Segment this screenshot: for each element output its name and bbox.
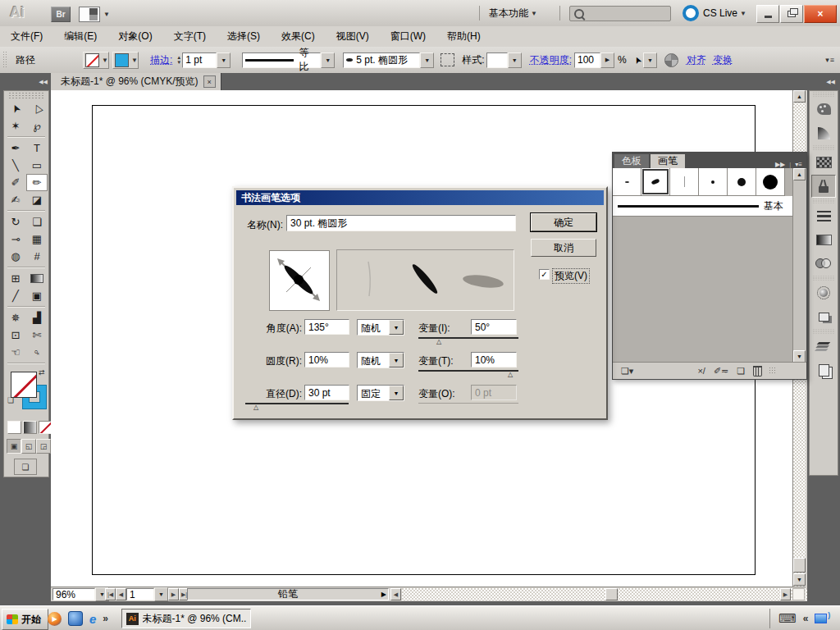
perspective-grid-tool[interactable]: # — [26, 248, 48, 265]
first-artboard-button[interactable]: |◀ — [105, 588, 116, 600]
select-similar-control[interactable]: ➤ ▼ — [634, 52, 657, 68]
angle-input[interactable] — [304, 319, 349, 335]
roundness-variation-slider[interactable] — [418, 370, 518, 372]
dock-group-grip[interactable] — [813, 92, 834, 97]
thin-line-brush[interactable] — [670, 168, 699, 196]
cs-live-menu[interactable]: CS Live ▼ — [682, 5, 746, 21]
symbol-sprayer-tool[interactable]: ✵ — [5, 309, 26, 326]
slice-tool[interactable]: ✄ — [26, 326, 48, 344]
panel-scroll-down[interactable]: ▼ — [793, 350, 806, 363]
brush-definition[interactable]: 5 pt. 椭圆形 ▼ — [343, 52, 434, 68]
angle-mode-select[interactable]: 随机 ▼ — [357, 319, 404, 336]
windows-media-player-icon[interactable]: ▶ — [48, 612, 62, 626]
panel-resize-grip[interactable] — [769, 367, 777, 375]
mesh-tool[interactable]: ⊞ — [5, 270, 26, 287]
preview-checkbox[interactable]: ✓ — [539, 269, 550, 280]
workspace-switcher[interactable]: 基本功能 ▼ — [489, 5, 537, 21]
diameter-input[interactable] — [304, 385, 349, 400]
quick-launch-overflow-chevron[interactable]: » — [103, 613, 108, 624]
menu-item-2[interactable]: 对象(O) — [107, 26, 162, 47]
eraser-tool[interactable]: ◪ — [26, 191, 48, 208]
stroke-color-button[interactable]: ▼ — [112, 52, 139, 69]
type-tool[interactable]: T — [26, 139, 48, 157]
fill-swatch[interactable] — [11, 372, 37, 398]
scroll-down-button[interactable]: ▼ — [793, 573, 806, 586]
brush-options-icon[interactable]: ✐≂ — [714, 366, 728, 377]
panel-button-stroke[interactable] — [811, 204, 836, 227]
ok-button[interactable]: 确定 — [531, 213, 596, 231]
angle-variation-input[interactable] — [471, 319, 517, 335]
diameter-mode-select[interactable]: 固定 ▼ — [357, 385, 404, 401]
bridge-button[interactable]: Br — [51, 7, 71, 22]
horizontal-scroll-thumb[interactable] — [605, 588, 618, 600]
angle-variation-slider-thumb[interactable]: △ — [436, 339, 441, 345]
style-picker[interactable]: ▼ — [486, 52, 522, 68]
vertical-scroll-thumb[interactable] — [793, 558, 806, 573]
cancel-button[interactable]: 取消 — [531, 239, 596, 257]
dock-group-grip[interactable] — [813, 199, 834, 203]
paintbrush-tool[interactable]: ✐ — [5, 174, 26, 191]
variable-width-profile[interactable]: 等比 ▼ — [242, 52, 335, 68]
menu-item-5[interactable]: 效果(C) — [271, 26, 326, 47]
arrange-documents-icon[interactable] — [79, 7, 100, 22]
menu-item-3[interactable]: 文字(T) — [163, 26, 217, 47]
menu-item-6[interactable]: 视图(V) — [326, 26, 380, 47]
network-status-icon[interactable] — [815, 614, 827, 623]
msn-messenger-icon[interactable] — [68, 611, 83, 626]
tray-hide-icons-chevron[interactable]: « — [803, 613, 809, 624]
panel-scroll-up[interactable]: ▲ — [793, 168, 806, 180]
menu-item-8[interactable]: 帮助(H) — [436, 26, 491, 47]
previous-artboard-button[interactable]: ◀ — [116, 588, 126, 600]
dock-group-grip[interactable] — [813, 276, 834, 281]
remove-brush-stroke-icon[interactable]: ×/ — [697, 366, 705, 376]
panel-button-gradient[interactable] — [811, 228, 836, 251]
brush-name-input[interactable] — [286, 215, 516, 231]
style-dropdown[interactable]: ▼ — [508, 52, 522, 68]
transform-link[interactable]: 变换 — [713, 53, 733, 67]
basic-brush-row[interactable]: 基本 — [613, 196, 794, 217]
diameter-slider[interactable] — [245, 403, 349, 404]
document-tab[interactable]: 未标题-1* @ 96% (CMYK/预览) × — [51, 73, 221, 90]
restore-button[interactable] — [780, 5, 803, 23]
blob-brush-tool[interactable]: ✍ — [5, 191, 26, 208]
pencil-tool[interactable]: ✏ — [26, 174, 48, 191]
stroke-weight-steppers[interactable]: ▲▼ — [176, 55, 181, 65]
gradient-mode-button[interactable] — [23, 421, 37, 434]
panel-menu-icon[interactable]: ▾≡ — [795, 161, 802, 168]
delete-brush-icon[interactable] — [753, 366, 762, 377]
small-ellipse-brush[interactable] — [641, 168, 670, 196]
zoom-control[interactable]: 96% ▼ — [52, 588, 109, 600]
start-button[interactable]: 开始 — [2, 609, 48, 630]
opacity-dropdown[interactable]: ▶ — [600, 52, 614, 68]
document-close-icon[interactable]: × — [203, 75, 216, 88]
panel-scrollbar[interactable]: ▲ ▼ — [792, 168, 806, 363]
right-dock-collapse[interactable]: ◀◀ — [807, 73, 840, 90]
roundness-variation-slider-thumb[interactable]: △ — [508, 372, 513, 378]
swap-fill-stroke-icon[interactable]: ⇄ — [39, 368, 45, 377]
stroke-weight-value[interactable]: 1 pt — [182, 52, 217, 68]
magic-wand-tool[interactable]: ✶ — [5, 117, 26, 135]
panel-button-layers[interactable] — [811, 335, 836, 358]
column-graph-tool[interactable]: ▟ — [26, 309, 48, 326]
panel-button-brushes[interactable] — [811, 175, 836, 198]
horizontal-scrollbar[interactable] — [402, 588, 831, 600]
new-brush-icon[interactable]: ❏ — [737, 366, 745, 377]
panel-button-graphic-styles[interactable] — [811, 305, 836, 328]
tiny-dash-brush[interactable] — [613, 168, 641, 196]
draw-behind-button[interactable]: ◱ — [21, 439, 36, 454]
opacity-link[interactable]: 不透明度: — [530, 53, 572, 67]
shape-builder-tool[interactable]: ◍ — [5, 248, 26, 265]
eyedropper-tool[interactable]: ╱ — [5, 287, 26, 304]
opacity-value[interactable]: 100 — [574, 52, 600, 68]
small-dot-brush[interactable] — [699, 168, 728, 196]
panel-button-swatches[interactable] — [811, 151, 836, 174]
arrange-documents-arrow-icon[interactable]: ▼ — [103, 11, 110, 18]
panel-button-transparency[interactable] — [811, 252, 836, 275]
gradient-tool[interactable] — [26, 270, 48, 287]
brush-libraries-icon[interactable]: ❏▾ — [621, 366, 633, 377]
menu-item-4[interactable]: 选择(S) — [217, 26, 271, 47]
rotate-tool[interactable]: ↻ — [5, 213, 26, 231]
next-artboard-button[interactable]: ▶ — [168, 588, 179, 600]
medium-dot-brush[interactable] — [728, 168, 756, 196]
roundness-input[interactable] — [304, 352, 349, 368]
